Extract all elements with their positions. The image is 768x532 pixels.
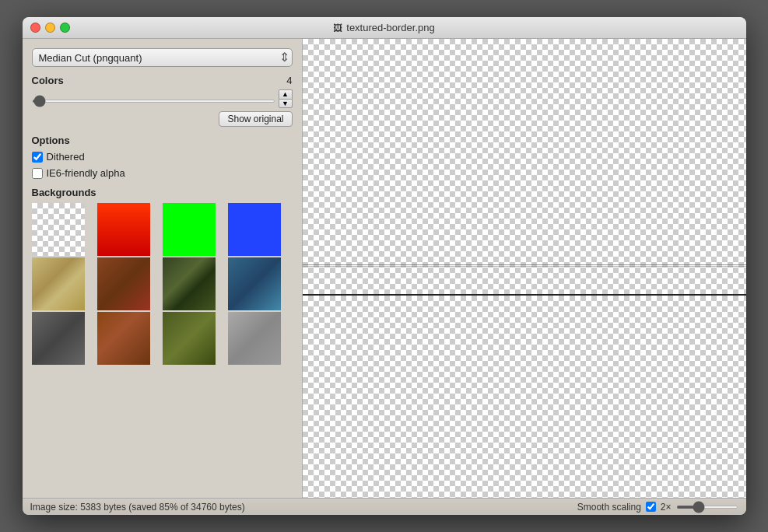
background-leaf[interactable] [163,257,216,310]
show-original-button[interactable]: Show original [219,111,292,127]
background-dirt[interactable] [97,312,150,365]
main-canvas [303,39,746,498]
canvas-preview-bottom [303,296,746,498]
colors-slider-row: ▲ ▼ [32,89,293,108]
options-label: Options [32,135,293,146]
background-brick[interactable] [97,257,150,310]
background-blue[interactable] [228,203,281,256]
options-section: Options Dithered IE6-friendly alpha [32,135,293,179]
colors-label: Colors [32,75,64,86]
colors-decrement-button[interactable]: ▼ [279,99,293,108]
dithered-checkbox[interactable] [32,152,43,163]
algorithm-select[interactable]: Median Cut (pngquant) Neuquant Ordered d… [32,48,293,67]
background-checker[interactable] [32,203,85,256]
background-stone[interactable] [32,257,85,310]
background-rocks[interactable] [32,312,85,365]
smooth-scaling-checkbox[interactable] [646,502,656,512]
app-window: 🖼 textured-border.png Median Cut (pngqua… [23,17,746,515]
colors-increment-button[interactable]: ▲ [279,89,293,99]
status-right: Smooth scaling 2× [577,502,738,513]
background-moss[interactable] [163,312,216,365]
window-title: 🖼 textured-border.png [333,22,434,33]
colors-stepper: ▲ ▼ [279,89,293,108]
window-body: Median Cut (pngquant) Neuquant Ordered d… [23,39,746,498]
dithered-option[interactable]: Dithered [32,151,293,163]
colors-slider[interactable] [32,100,275,103]
close-button[interactable] [30,23,40,33]
colors-section: Colors 4 ▲ ▼ Show original [32,75,293,127]
minimize-button[interactable] [45,23,55,33]
colors-value: 4 [286,75,292,86]
dithered-label: Dithered [47,151,85,163]
image-size-label: Image size: 5383 bytes (saved 85% of 347… [30,502,245,513]
backgrounds-section: Backgrounds [32,187,293,365]
border-line [303,266,746,267]
sidebar: Median Cut (pngquant) Neuquant Ordered d… [23,39,303,498]
ie6-alpha-option[interactable]: IE6-friendly alpha [32,167,293,179]
zoom-label: 2× [661,502,672,513]
algorithm-dropdown-container: Median Cut (pngquant) Neuquant Ordered d… [32,48,293,67]
background-concrete[interactable] [228,312,281,365]
window-title-text: textured-border.png [346,22,434,33]
ie6-alpha-checkbox[interactable] [32,168,43,179]
maximize-button[interactable] [60,23,70,33]
file-icon: 🖼 [333,23,342,33]
ie6-alpha-label: IE6-friendly alpha [47,167,125,179]
backgrounds-label: Backgrounds [32,187,293,198]
colors-slider-container [32,93,275,105]
background-red[interactable] [97,203,150,256]
background-water[interactable] [228,257,281,310]
backgrounds-grid [32,203,293,365]
title-bar: 🖼 textured-border.png [23,17,746,39]
zoom-slider[interactable] [676,506,738,509]
canvas-preview-top [303,39,746,296]
window-controls [30,23,70,33]
colors-header: Colors 4 [32,75,293,86]
background-green[interactable] [163,203,216,256]
smooth-scaling-label: Smooth scaling [577,502,641,513]
status-bar: Image size: 5383 bytes (saved 85% of 347… [23,498,746,515]
